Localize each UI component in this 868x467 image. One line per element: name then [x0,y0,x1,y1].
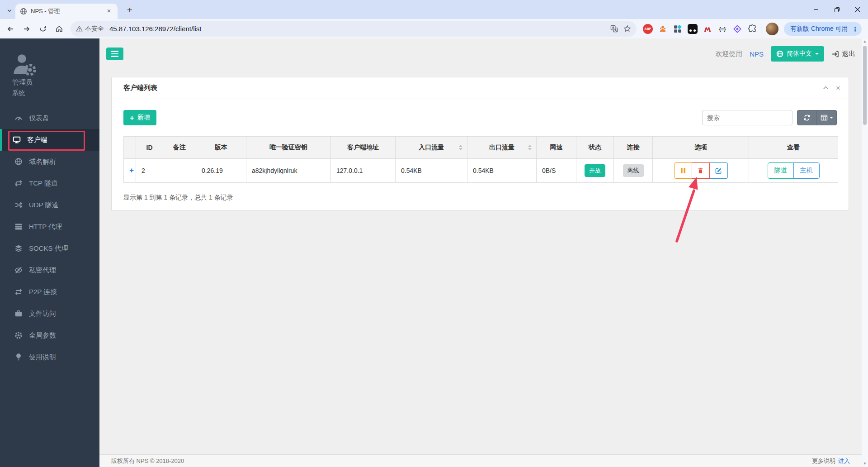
sidebar-item-clients[interactable]: 客户端 [0,129,99,151]
sidebar-menu: 仪表盘 客户端 域名解析 TCP 隧道 UDP 隧道 HTTP 代理 [0,107,99,368]
columns-icon [821,114,828,121]
new-tab-button[interactable]: + [124,5,136,16]
sidebar-item-file-access[interactable]: 文件访问 [0,303,99,324]
close-window-button[interactable] [847,0,868,19]
sidebar-item-udp-tunnel[interactable]: UDP 隧道 [0,194,99,216]
grid-diamond-extension-icon[interactable] [673,24,683,34]
user-role: 管理员 [12,78,99,87]
chrome-update-button[interactable]: 有新版 Chrome 可用 ⋮ [784,22,862,36]
security-chip[interactable]: 不安全 [76,25,104,33]
sort-icon[interactable] [459,145,462,150]
brand-link[interactable]: NPS [750,50,764,58]
browser-tab[interactable]: NPS - 管理 × [15,4,118,19]
sidebar-item-secret-proxy[interactable]: 私密代理 [0,259,99,281]
scroll-up-icon[interactable]: ▲ [863,38,867,45]
sidebar-item-label: P2P 连接 [29,288,57,296]
globe-language-icon [776,50,783,57]
adblock-extension-icon[interactable]: ABP [643,24,653,34]
sidebar-item-domains[interactable]: 域名解析 [0,151,99,172]
home-button[interactable] [53,23,65,35]
minimize-button[interactable] [806,0,826,19]
sidebar-item-label: 私密代理 [29,266,56,275]
profile-avatar[interactable] [766,23,778,35]
table-row: + 2 0.26.19 a82kjhdyllqnlruk 127.0.0.1 0… [124,159,838,183]
pause-button[interactable] [674,162,692,179]
col-expand [124,137,136,159]
col-connection: 连接 [614,137,653,159]
host-button[interactable]: 主机 [793,162,820,179]
translate-icon[interactable] [610,25,618,33]
restore-button[interactable] [826,0,847,19]
table-header-row: ID 备注 版本 唯一验证密钥 客户端地址 入口流量 出口流量 网速 状态 连接… [124,137,838,159]
sidebar-item-help[interactable]: 使用说明 [0,346,99,368]
security-label: 不安全 [85,25,104,33]
col-id: ID [136,137,163,159]
red-m-extension-icon[interactable] [703,24,712,34]
window-controls [806,0,868,19]
copyright-text: 版权所有 NPS © 2018-2020 [111,457,184,465]
trash-icon [697,167,704,174]
sidebar-item-dashboard[interactable]: 仪表盘 [0,107,99,129]
sidebar-item-label: 仪表盘 [29,114,49,123]
bookmark-star-icon[interactable] [623,25,631,33]
tab-search-button[interactable] [4,5,15,16]
scrollbar-thumb[interactable] [863,46,867,125]
close-panel-icon[interactable]: × [836,84,840,92]
columns-dropdown-button[interactable] [817,110,837,125]
brace-extension-icon[interactable]: {≡} [717,24,727,34]
sort-icon[interactable] [528,145,532,150]
repeat-icon [14,179,23,187]
sidebar-item-label: 文件访问 [29,310,56,318]
edit-button[interactable] [710,162,728,179]
delete-button[interactable] [692,162,710,179]
address-bar[interactable]: 不安全 45.87.103.126:28972/client/list [71,21,637,37]
sidebar-item-socks-proxy[interactable]: SOCKS 代理 [0,238,99,259]
monitor-icon [13,136,21,144]
sidebar-toggle-button[interactable] [106,48,123,60]
orange-user-extension-icon[interactable] [658,24,668,34]
browser-menu-icon[interactable]: ⋮ [852,25,859,33]
search-input[interactable] [702,110,793,125]
page-scrollbar[interactable]: ▲ ▼ [862,38,868,467]
tunnel-button[interactable]: 隧道 [768,162,794,179]
refresh-button[interactable] [797,110,817,125]
url-text[interactable]: 45.87.103.126:28972/client/list [109,25,605,33]
col-remark: 备注 [163,137,196,159]
sidebar-item-p2p[interactable]: P2P 连接 [0,281,99,303]
sidebar-item-tcp-tunnel[interactable]: TCP 隧道 [0,172,99,194]
col-traffic-in[interactable]: 入口流量 [396,137,467,159]
server-icon [14,223,23,231]
puzzle-extensions-icon[interactable] [747,24,757,34]
enter-link[interactable]: 进入 [838,457,850,465]
forward-button[interactable] [21,23,33,35]
cell-speed: 0B/S [537,159,576,183]
cell-address: 127.0.0.1 [331,159,396,183]
collapse-panel-icon[interactable] [823,85,829,91]
tab-close-icon[interactable]: × [105,7,113,15]
add-client-button[interactable]: + 新增 [123,110,156,125]
panel-header: 客户端列表 × [112,77,849,99]
language-label: 简体中文 [787,50,812,58]
cell-traffic-in: 0.54KB [396,159,467,183]
browser-titlebar: NPS - 管理 × + [0,0,868,19]
extensions-row: ABP {≡} [643,24,757,34]
language-dropdown-button[interactable]: 简体中文 [771,46,824,62]
sidebar-item-label: TCP 隧道 [29,179,58,188]
app-header-right: 欢迎使用 NPS 简体中文 退出 [715,46,855,62]
briefcase-icon [14,310,23,318]
sidebar-item-http-proxy[interactable]: HTTP 代理 [0,216,99,238]
cell-vkey: a82kjhdyllqnlruk [246,159,331,183]
expand-row-button[interactable]: + [129,166,130,175]
dark-dots-extension-icon[interactable] [688,24,698,34]
back-button[interactable] [5,23,16,35]
sidebar-item-label: HTTP 代理 [29,223,62,231]
sidebar-item-global-params[interactable]: 全局参数 [0,324,99,346]
scroll-down-icon[interactable]: ▼ [863,461,867,467]
violet-extension-icon[interactable] [732,24,742,34]
gear-icon [14,331,23,339]
globe-favicon-icon [20,8,27,15]
col-traffic-out[interactable]: 出口流量 [467,137,537,159]
logout-label: 退出 [842,50,855,58]
reload-button[interactable] [37,23,49,35]
logout-button[interactable]: 退出 [831,50,855,58]
